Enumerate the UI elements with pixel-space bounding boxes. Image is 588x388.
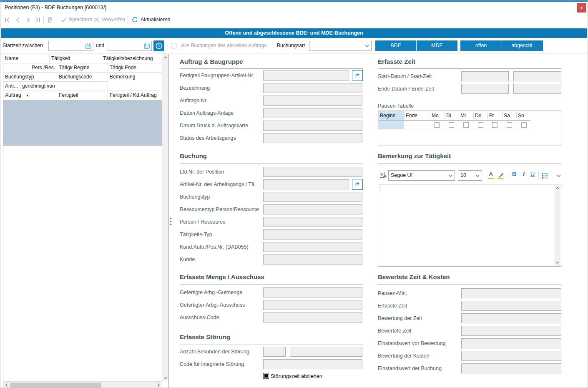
datum-druck-auftragskarte-input[interactable] xyxy=(263,121,362,131)
grid-header-taetigk-beginn[interactable]: Tätigk.Beginn xyxy=(57,63,108,73)
bewertung-kosten-input[interactable] xyxy=(461,351,561,361)
splitter-handle[interactable] xyxy=(170,218,171,225)
grid-header-fertigteil-kdauftrag[interactable]: Fertigteil / Kd.Auftrag xyxy=(108,91,162,100)
nav-first-icon[interactable] xyxy=(4,16,11,23)
calendar-icon[interactable] xyxy=(143,43,150,49)
pausen-col-so[interactable]: So xyxy=(516,111,530,120)
grid-header-auftrag[interactable]: Auftrag ▲ xyxy=(3,91,57,100)
pausen-min-input[interactable] xyxy=(461,288,561,298)
nav-last-icon[interactable] xyxy=(34,16,41,23)
grid-header-buchungstyp[interactable]: Buchungstyp xyxy=(3,73,57,82)
refresh-button[interactable]: Aktualisieren xyxy=(141,17,171,23)
scroll-up-icon[interactable] xyxy=(554,185,561,191)
pausen-mo-checkbox[interactable] xyxy=(434,122,440,128)
nav-prev-icon[interactable] xyxy=(14,16,21,23)
close-button[interactable]: x xyxy=(577,3,586,13)
more-options-chevron-icon[interactable] xyxy=(555,171,563,180)
grid-header-bemerkung[interactable]: Bemerkung xyxy=(108,73,162,91)
mde-toggle-button[interactable]: MDE xyxy=(417,40,457,51)
pausen-col-mi[interactable]: Mi xyxy=(459,111,473,120)
bewertung-zeit-input[interactable] xyxy=(461,313,561,323)
font-color-button[interactable]: A xyxy=(487,171,495,177)
alle-buchungen-checkbox[interactable] xyxy=(171,43,176,48)
ressourcentyp-input[interactable] xyxy=(263,204,362,214)
startzeit-von-input[interactable] xyxy=(48,41,93,51)
erfasste-zeit-input[interactable] xyxy=(461,301,561,311)
underline-button[interactable]: U xyxy=(529,171,536,177)
grid-header-taetigkeit[interactable]: Tätigkeit xyxy=(50,54,101,63)
paste-format-icon[interactable] xyxy=(379,170,387,179)
grid-header-antr[interactable]: Antr... xyxy=(3,82,20,91)
scroll-down-icon[interactable] xyxy=(162,375,169,381)
pausen-sa-checkbox[interactable] xyxy=(507,122,512,128)
discard-x-icon[interactable] xyxy=(93,16,100,23)
buchungstyp-input[interactable] xyxy=(263,192,362,202)
grid-header-fertigteil[interactable]: Fertigteil xyxy=(57,91,108,100)
grid-header-taetigk-ende[interactable]: Tätigk.Ende xyxy=(108,63,162,73)
save-button[interactable]: Speichern xyxy=(69,17,92,23)
person-ressource-input[interactable] xyxy=(263,217,362,227)
pausen-do-checkbox[interactable] xyxy=(478,122,483,128)
bewertete-zeit-input[interactable] xyxy=(461,326,561,336)
calendar-icon[interactable] xyxy=(85,43,92,49)
lfdnr-position-input[interactable] xyxy=(263,167,362,177)
status-arbeitsgang-input[interactable] xyxy=(263,133,362,143)
startzeit-bis-input[interactable] xyxy=(107,41,152,51)
grid-selected-row[interactable] xyxy=(3,100,162,146)
pausen-col-beginn[interactable]: Beginn xyxy=(378,111,404,120)
chevron-down-icon[interactable] xyxy=(364,43,369,48)
scroll-right-icon[interactable] xyxy=(155,382,162,388)
font-family-select[interactable]: Segoe UI xyxy=(388,170,455,181)
stoerung-sekunden-input[interactable] xyxy=(263,347,286,357)
stoerungszeit-abziehen-checkbox[interactable] xyxy=(263,373,269,379)
italic-button[interactable]: I xyxy=(520,171,528,178)
jump-to-arbeitsgang-button[interactable] xyxy=(352,179,363,190)
buchungsart-dropdown[interactable] xyxy=(309,41,372,50)
pausen-col-sa[interactable]: Sa xyxy=(502,111,516,120)
bemerkung-textarea[interactable] xyxy=(378,184,561,267)
pausen-col-mo[interactable]: Mo xyxy=(430,111,445,120)
start-zeit-input[interactable] xyxy=(513,71,561,81)
grid-header-name[interactable]: Name xyxy=(3,54,50,63)
ende-zeit-input[interactable] xyxy=(513,84,561,94)
start-datum-input[interactable] xyxy=(461,71,509,81)
jump-to-artikel-button[interactable] xyxy=(352,70,363,81)
ausschuss-code-input[interactable] xyxy=(263,312,362,322)
pausen-so-checkbox[interactable] xyxy=(521,122,527,128)
chevron-down-icon[interactable] xyxy=(448,173,453,178)
scroll-left-icon[interactable] xyxy=(3,382,10,388)
artikel-nr-arbeitsgang-input[interactable] xyxy=(263,179,349,189)
font-size-select[interactable]: 10 xyxy=(458,170,482,181)
bezeichnung-input[interactable] xyxy=(263,83,362,93)
kunde-input[interactable] xyxy=(263,254,362,265)
einstandswert-vor-bewertung-input[interactable] xyxy=(461,338,561,348)
bde-toggle-button[interactable]: BDE xyxy=(375,40,416,51)
grid-vertical-scrollbar[interactable] xyxy=(162,54,168,381)
highlight-pen-icon[interactable] xyxy=(497,171,505,180)
discard-button[interactable]: Verwerfen xyxy=(102,17,125,23)
delete-icon[interactable] xyxy=(46,16,53,23)
pausen-fr-checkbox[interactable] xyxy=(492,122,498,128)
pausen-col-ende[interactable]: Ende xyxy=(404,111,430,120)
grid-header-taetigkeitsbezeichnung[interactable]: Tätigkeitsbezeichnung xyxy=(101,54,162,63)
datum-auftrags-anlage-input[interactable] xyxy=(263,108,362,118)
save-check-icon[interactable] xyxy=(60,16,67,23)
pausen-di-checkbox[interactable] xyxy=(449,122,454,128)
pausen-col-do[interactable]: Do xyxy=(473,111,487,120)
bullet-list-icon[interactable] xyxy=(541,171,549,180)
pausen-col-fr[interactable]: Fr xyxy=(487,111,502,120)
refresh-icon[interactable] xyxy=(131,16,138,23)
grid-horizontal-scrollbar[interactable] xyxy=(3,381,162,388)
clock-filter-button[interactable] xyxy=(153,40,164,51)
ende-datum-input[interactable] xyxy=(461,84,509,94)
stoerung-code-input[interactable] xyxy=(263,359,362,369)
chevron-down-icon[interactable] xyxy=(475,173,480,178)
bold-button[interactable]: B xyxy=(510,171,518,177)
gutmenge-input[interactable] xyxy=(263,287,362,297)
offen-toggle-button[interactable]: offen xyxy=(460,40,502,51)
stoerung-sekunden-text-input[interactable] xyxy=(290,347,362,357)
pausen-mi-checkbox[interactable] xyxy=(463,122,469,128)
kundauftr-posnr-input[interactable] xyxy=(263,242,362,252)
grid-header-buchungscode[interactable]: Buchungscode xyxy=(57,73,108,82)
fertigteil-baugruppen-artikel-input[interactable] xyxy=(263,71,349,81)
